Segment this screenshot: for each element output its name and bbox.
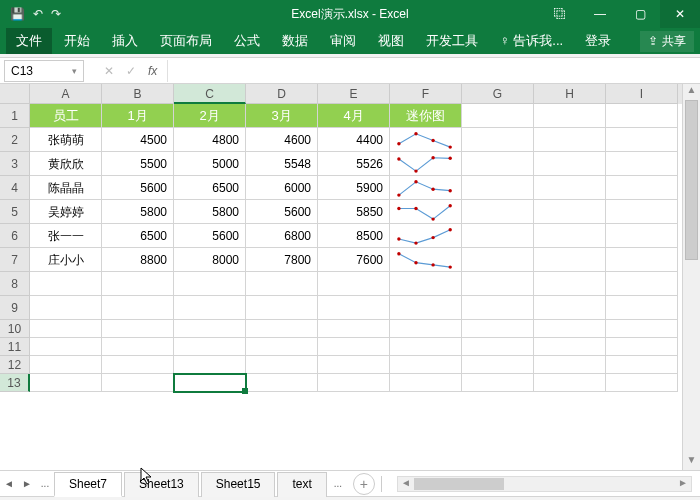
cell[interactable] bbox=[102, 272, 174, 296]
cell[interactable] bbox=[606, 224, 678, 248]
row-header-9[interactable]: 9 bbox=[0, 296, 30, 320]
data-cell[interactable]: 7800 bbox=[246, 248, 318, 272]
data-cell[interactable]: 4500 bbox=[102, 128, 174, 152]
ribbon-tab-页面布局[interactable]: 页面布局 bbox=[150, 28, 222, 54]
cell[interactable] bbox=[534, 248, 606, 272]
sparkline-cell[interactable] bbox=[390, 176, 462, 200]
col-header-B[interactable]: B bbox=[102, 84, 174, 104]
data-cell[interactable]: 8800 bbox=[102, 248, 174, 272]
cancel-formula-icon[interactable]: ✕ bbox=[104, 64, 114, 78]
ribbon-tab-插入[interactable]: 插入 bbox=[102, 28, 148, 54]
row-header-12[interactable]: 12 bbox=[0, 356, 30, 374]
data-cell[interactable]: 5800 bbox=[174, 200, 246, 224]
cell[interactable] bbox=[606, 320, 678, 338]
cell[interactable] bbox=[462, 104, 534, 128]
sheet-nav-more[interactable]: ... bbox=[36, 478, 54, 489]
table-header[interactable]: 3月 bbox=[246, 104, 318, 128]
cell[interactable] bbox=[30, 272, 102, 296]
sparkline-cell[interactable] bbox=[390, 200, 462, 224]
cell[interactable] bbox=[606, 176, 678, 200]
ribbon-options-icon[interactable]: ⿻ bbox=[540, 0, 580, 28]
cell[interactable] bbox=[30, 320, 102, 338]
confirm-formula-icon[interactable]: ✓ bbox=[126, 64, 136, 78]
cell[interactable] bbox=[102, 296, 174, 320]
data-cell[interactable]: 5548 bbox=[246, 152, 318, 176]
close-button[interactable]: ✕ bbox=[660, 0, 700, 28]
cell[interactable] bbox=[534, 338, 606, 356]
cell[interactable] bbox=[534, 296, 606, 320]
fx-icon[interactable]: fx bbox=[148, 64, 157, 78]
data-cell[interactable]: 4600 bbox=[246, 128, 318, 152]
cell[interactable] bbox=[534, 224, 606, 248]
maximize-button[interactable]: ▢ bbox=[620, 0, 660, 28]
cell[interactable] bbox=[246, 374, 318, 392]
cell[interactable] bbox=[534, 128, 606, 152]
cell[interactable] bbox=[462, 272, 534, 296]
cell[interactable] bbox=[102, 356, 174, 374]
col-header-D[interactable]: D bbox=[246, 84, 318, 104]
row-header-4[interactable]: 4 bbox=[0, 176, 30, 200]
sheet-tab-Sheet15[interactable]: Sheet15 bbox=[201, 472, 276, 497]
cell[interactable] bbox=[462, 176, 534, 200]
cell[interactable] bbox=[462, 338, 534, 356]
cell[interactable] bbox=[534, 272, 606, 296]
cell[interactable] bbox=[534, 104, 606, 128]
share-button[interactable]: ⇪共享 bbox=[640, 31, 694, 52]
data-cell[interactable]: 5600 bbox=[174, 224, 246, 248]
name-box[interactable]: C13 ▾ bbox=[4, 60, 84, 82]
cell[interactable] bbox=[606, 272, 678, 296]
select-all-corner[interactable] bbox=[0, 84, 30, 104]
ribbon-tab-公式[interactable]: 公式 bbox=[224, 28, 270, 54]
col-header-F[interactable]: F bbox=[390, 84, 462, 104]
row-header-7[interactable]: 7 bbox=[0, 248, 30, 272]
cell[interactable] bbox=[462, 374, 534, 392]
col-header-E[interactable]: E bbox=[318, 84, 390, 104]
table-header[interactable]: 4月 bbox=[318, 104, 390, 128]
cell[interactable] bbox=[174, 356, 246, 374]
data-cell[interactable]: 8000 bbox=[174, 248, 246, 272]
cell[interactable] bbox=[462, 152, 534, 176]
row-header-10[interactable]: 10 bbox=[0, 320, 30, 338]
cell[interactable] bbox=[174, 296, 246, 320]
sheet-tab-Sheet13[interactable]: Sheet13 bbox=[124, 472, 199, 497]
table-header[interactable]: 迷你图 bbox=[390, 104, 462, 128]
ribbon-tab-数据[interactable]: 数据 bbox=[272, 28, 318, 54]
add-sheet-button[interactable]: + bbox=[353, 473, 375, 495]
cell[interactable] bbox=[606, 104, 678, 128]
cell[interactable] bbox=[534, 374, 606, 392]
cell[interactable] bbox=[174, 320, 246, 338]
sparkline-cell[interactable] bbox=[390, 152, 462, 176]
sparkline-cell[interactable] bbox=[390, 224, 462, 248]
cell[interactable] bbox=[390, 338, 462, 356]
cell[interactable] bbox=[174, 374, 246, 392]
data-cell[interactable]: 8500 bbox=[318, 224, 390, 248]
cell[interactable] bbox=[606, 356, 678, 374]
scroll-down-icon[interactable]: ▼ bbox=[683, 454, 700, 470]
data-cell[interactable]: 5600 bbox=[246, 200, 318, 224]
row-header-11[interactable]: 11 bbox=[0, 338, 30, 356]
horizontal-scrollbar[interactable]: ◄ ► bbox=[397, 476, 692, 492]
cell[interactable] bbox=[462, 248, 534, 272]
vertical-scrollbar[interactable]: ▲ ▼ bbox=[682, 84, 700, 470]
vscroll-thumb[interactable] bbox=[685, 100, 698, 260]
row-header-1[interactable]: 1 bbox=[0, 104, 30, 128]
hscroll-thumb[interactable] bbox=[414, 478, 504, 490]
cell[interactable] bbox=[462, 128, 534, 152]
employee-name[interactable]: 庄小小 bbox=[30, 248, 102, 272]
col-header-C[interactable]: C bbox=[174, 84, 246, 104]
cell[interactable] bbox=[534, 200, 606, 224]
cell[interactable] bbox=[102, 338, 174, 356]
ribbon-tab-开发工具[interactable]: 开发工具 bbox=[416, 28, 488, 54]
data-cell[interactable]: 5526 bbox=[318, 152, 390, 176]
cell[interactable] bbox=[390, 374, 462, 392]
employee-name[interactable]: 张一一 bbox=[30, 224, 102, 248]
row-header-6[interactable]: 6 bbox=[0, 224, 30, 248]
ribbon-tab-文件[interactable]: 文件 bbox=[6, 28, 52, 54]
cell[interactable] bbox=[606, 200, 678, 224]
cell[interactable] bbox=[30, 356, 102, 374]
minimize-button[interactable]: — bbox=[580, 0, 620, 28]
data-cell[interactable]: 5900 bbox=[318, 176, 390, 200]
cell[interactable] bbox=[246, 296, 318, 320]
col-header-G[interactable]: G bbox=[462, 84, 534, 104]
cell[interactable] bbox=[246, 356, 318, 374]
